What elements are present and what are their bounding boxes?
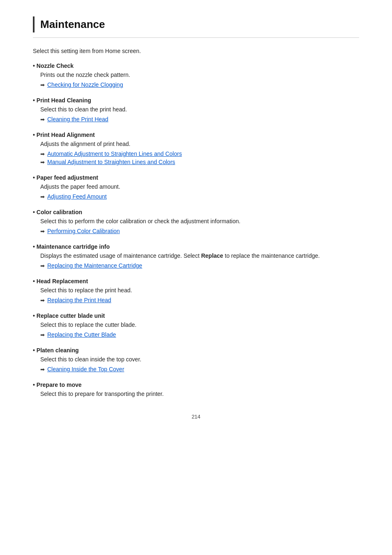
link-list-print-head-alignment: ➡ Automatic Adjustment to Straighten Lin…: [40, 150, 359, 165]
list-item: ➡ Adjusting Feed Amount: [40, 193, 359, 200]
arrow-icon: ➡: [40, 116, 45, 123]
link-list-maintenance-cartridge-info: ➡ Replacing the Maintenance Cartridge: [40, 262, 359, 269]
link-replacing-cutter-blade[interactable]: Replacing the Cutter Blade: [47, 331, 116, 338]
section-title-maintenance-cartridge-info: Maintenance cartridge info: [33, 243, 359, 250]
list-item: ➡ Replacing the Cutter Blade: [40, 331, 359, 338]
link-replacing-maintenance-cartridge[interactable]: Replacing the Maintenance Cartridge: [47, 262, 142, 269]
list-item: ➡ Checking for Nozzle Clogging: [40, 81, 359, 88]
section-print-head-cleaning: Print Head Cleaning Select this to clean…: [33, 97, 359, 123]
link-replacing-print-head[interactable]: Replacing the Print Head: [47, 297, 111, 303]
section-title-head-replacement: Head Replacement: [33, 278, 359, 284]
list-item: ➡ Replacing the Print Head: [40, 297, 359, 303]
link-performing-color-calibration[interactable]: Performing Color Calibration: [47, 228, 120, 234]
section-body-maintenance-cartridge-info: Displays the estimated usage of maintena…: [40, 252, 359, 259]
link-list-print-head-cleaning: ➡ Cleaning the Print Head: [40, 116, 359, 123]
page-header: Maintenance: [33, 16, 359, 38]
section-nozzle-check: Nozzle Check Prints out the nozzle check…: [33, 62, 359, 88]
section-title-print-head-cleaning: Print Head Cleaning: [33, 97, 359, 104]
link-list-nozzle-check: ➡ Checking for Nozzle Clogging: [40, 81, 359, 88]
link-list-platen-cleaning: ➡ Cleaning Inside the Top Cover: [40, 366, 359, 372]
arrow-icon: ➡: [40, 297, 45, 303]
section-title-color-calibration: Color calibration: [33, 209, 359, 215]
link-automatic-adjustment[interactable]: Automatic Adjustment to Straighten Lines…: [47, 150, 182, 157]
list-item: ➡ Automatic Adjustment to Straighten Lin…: [40, 150, 359, 157]
link-adjusting-feed-amount[interactable]: Adjusting Feed Amount: [47, 193, 107, 200]
section-body-head-replacement: Select this to replace the print head.: [40, 287, 359, 294]
arrow-icon: ➡: [40, 366, 45, 372]
arrow-icon: ➡: [40, 228, 45, 234]
link-checking-nozzle-clogging[interactable]: Checking for Nozzle Clogging: [47, 81, 123, 88]
link-list-replace-cutter-blade: ➡ Replacing the Cutter Blade: [40, 331, 359, 338]
list-item: ➡ Performing Color Calibration: [40, 228, 359, 234]
section-paper-feed-adjustment: Paper feed adjustment Adjusts the paper …: [33, 174, 359, 200]
section-color-calibration: Color calibration Select this to perform…: [33, 209, 359, 234]
section-print-head-alignment: Print Head Alignment Adjusts the alignme…: [33, 132, 359, 165]
arrow-icon: ➡: [40, 151, 45, 157]
section-body-prepare-to-move: Select this to prepare for transporting …: [40, 391, 359, 397]
body-text-replace: Replace: [201, 252, 223, 259]
arrow-icon: ➡: [40, 332, 45, 338]
section-body-paper-feed-adjustment: Adjusts the paper feed amount.: [40, 183, 359, 190]
arrow-icon: ➡: [40, 82, 45, 88]
section-title-replace-cutter-blade: Replace cutter blade unit: [33, 312, 359, 319]
section-body-color-calibration: Select this to perform the color calibra…: [40, 218, 359, 224]
link-cleaning-inside-top-cover[interactable]: Cleaning Inside the Top Cover: [47, 366, 124, 372]
list-item: ➡ Cleaning the Print Head: [40, 116, 359, 123]
section-title-nozzle-check: Nozzle Check: [33, 62, 359, 69]
body-text-part1: Displays the estimated usage of maintena…: [40, 252, 201, 259]
list-item: ➡ Replacing the Maintenance Cartridge: [40, 262, 359, 269]
section-title-paper-feed-adjustment: Paper feed adjustment: [33, 174, 359, 181]
link-manual-adjustment[interactable]: Manual Adjustment to Straighten Lines an…: [47, 159, 175, 165]
link-list-head-replacement: ➡ Replacing the Print Head: [40, 297, 359, 303]
header-accent: [33, 16, 35, 32]
link-list-paper-feed-adjustment: ➡ Adjusting Feed Amount: [40, 193, 359, 200]
list-item: ➡ Cleaning Inside the Top Cover: [40, 366, 359, 372]
intro-text: Select this setting item from Home scree…: [33, 48, 359, 54]
arrow-icon: ➡: [40, 159, 45, 165]
section-head-replacement: Head Replacement Select this to replace …: [33, 278, 359, 303]
section-title-print-head-alignment: Print Head Alignment: [33, 132, 359, 138]
section-replace-cutter-blade: Replace cutter blade unit Select this to…: [33, 312, 359, 338]
link-list-color-calibration: ➡ Performing Color Calibration: [40, 228, 359, 234]
section-body-platen-cleaning: Select this to clean inside the top cove…: [40, 356, 359, 363]
list-item: ➡ Manual Adjustment to Straighten Lines …: [40, 159, 359, 165]
page-title: Maintenance: [40, 16, 105, 32]
section-platen-cleaning: Platen cleaning Select this to clean ins…: [33, 347, 359, 372]
page-number: 214: [33, 414, 359, 420]
section-maintenance-cartridge-info: Maintenance cartridge info Displays the …: [33, 243, 359, 269]
section-body-print-head-alignment: Adjusts the alignment of print head.: [40, 141, 359, 147]
arrow-icon: ➡: [40, 194, 45, 200]
section-body-replace-cutter-blade: Select this to replace the cutter blade.: [40, 321, 359, 328]
section-body-print-head-cleaning: Select this to clean the print head.: [40, 106, 359, 113]
arrow-icon: ➡: [40, 263, 45, 269]
link-cleaning-print-head[interactable]: Cleaning the Print Head: [47, 116, 108, 123]
page-container: Maintenance Select this setting item fro…: [0, 0, 392, 555]
section-title-prepare-to-move: Prepare to move: [33, 382, 359, 388]
section-prepare-to-move: Prepare to move Select this to prepare f…: [33, 382, 359, 397]
section-body-nozzle-check: Prints out the nozzle check pattern.: [40, 72, 359, 78]
section-title-platen-cleaning: Platen cleaning: [33, 347, 359, 354]
body-text-part3: to replace the maintenance cartridge.: [223, 252, 320, 259]
